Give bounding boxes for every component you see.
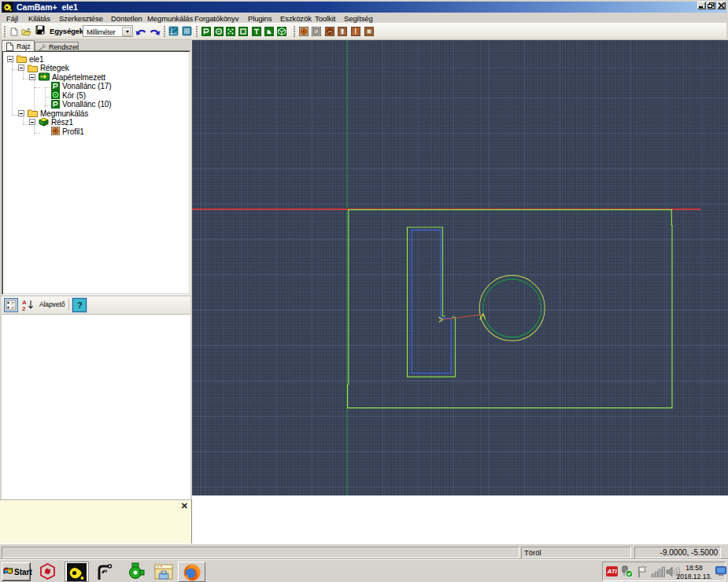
svg-text:2: 2 [22,305,26,311]
